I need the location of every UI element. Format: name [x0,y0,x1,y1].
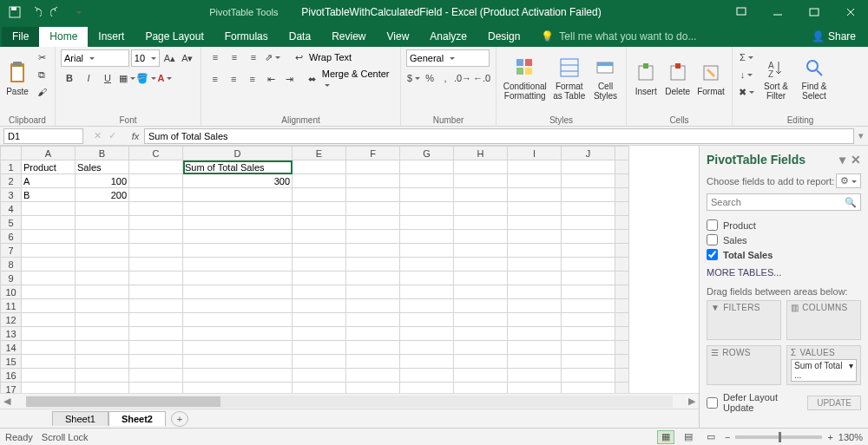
cell-E16[interactable] [293,369,346,383]
cell-I8[interactable] [508,258,562,272]
formula-input[interactable]: Sum of Total Sales [144,128,854,144]
zoom-level[interactable]: 130% [838,432,863,442]
cell-I15[interactable] [508,355,562,369]
field-product[interactable]: Product [707,218,861,232]
pane-dropdown-icon[interactable]: ▾ [839,153,845,167]
cell-F1[interactable] [346,160,400,174]
field-checkbox[interactable] [707,234,718,245]
cell-C16[interactable] [129,369,183,383]
cell-H9[interactable] [454,272,508,285]
cell-D11[interactable] [183,299,293,313]
column-header-F[interactable]: F [346,147,400,160]
cell-G4[interactable] [400,202,454,216]
cell-E15[interactable] [293,355,346,369]
tools-gear-icon[interactable]: ⚙ [836,173,861,188]
cell-H4[interactable] [454,202,508,216]
row-header-3[interactable]: 3 [1,188,22,202]
cell-A6[interactable] [22,230,76,244]
column-header-E[interactable]: E [293,147,346,160]
format-cells-button[interactable]: Format [695,49,727,107]
cell-C12[interactable] [129,313,183,327]
cell-I1[interactable] [508,160,562,174]
italic-icon[interactable]: I [80,70,97,86]
field-checkbox[interactable] [707,219,718,231]
cell-H11[interactable] [454,299,508,313]
cell-E10[interactable] [293,285,346,299]
cut-icon[interactable]: ✂ [33,49,50,65]
cell-C1[interactable] [129,160,183,174]
font-size-combo[interactable]: 10 [131,49,160,67]
cell-J12[interactable] [562,313,615,327]
align-right-icon[interactable]: ≡ [244,71,260,87]
cell-D16[interactable] [183,369,293,383]
page-layout-view-icon[interactable]: ▤ [680,430,697,444]
field-total-sales[interactable]: Total Sales [707,247,861,262]
cell-C8[interactable] [129,258,183,272]
cell-J6[interactable] [562,230,615,244]
close-icon[interactable] [833,0,868,24]
cell-H3[interactable] [454,188,508,202]
update-button[interactable]: UPDATE [807,396,861,410]
cell-F11[interactable] [346,299,400,313]
cell-B3[interactable]: 200 [76,188,129,202]
format-as-table-button[interactable]: Format as Table [551,49,587,107]
cell-D17[interactable] [183,383,293,394]
cell-F6[interactable] [346,230,400,244]
cell-E9[interactable] [293,272,346,285]
cell-J7[interactable] [562,244,615,258]
cell-F5[interactable] [346,216,400,230]
cell-D2[interactable]: 300 [183,174,293,188]
cell-A11[interactable] [22,299,76,313]
cell-F4[interactable] [346,202,400,216]
cell-C13[interactable] [129,327,183,341]
cell-D4[interactable] [183,202,293,216]
normal-view-icon[interactable]: ▦ [657,430,674,444]
cell-styles-button[interactable]: Cell Styles [590,49,621,107]
cell-C9[interactable] [129,272,183,285]
tell-me-input[interactable]: 💡 Tell me what you want to do... [530,27,801,47]
cell-E2[interactable] [293,174,346,188]
more-tables-link[interactable]: MORE TABLES... [707,267,861,278]
cell-A16[interactable] [22,369,76,383]
row-header-10[interactable]: 10 [1,285,22,299]
cell-E3[interactable] [293,188,346,202]
cell-D3[interactable] [183,188,293,202]
row-header-15[interactable]: 15 [1,355,22,369]
fx-icon[interactable]: fx [127,131,144,141]
cell-C4[interactable] [129,202,183,216]
columns-area[interactable]: ▥COLUMNS [786,300,861,340]
tab-insert[interactable]: Insert [88,27,135,47]
cell-B1[interactable]: Sales [76,160,129,174]
decrease-decimal-icon[interactable]: ←.0 [473,70,490,86]
cell-B2[interactable]: 100 [76,174,129,188]
cell-H14[interactable] [454,341,508,355]
row-header-17[interactable]: 17 [1,383,22,394]
cell-A5[interactable] [22,216,76,230]
paste-button[interactable]: Paste [5,49,30,107]
page-break-view-icon[interactable]: ▭ [702,430,720,444]
fields-search-input[interactable]: 🔍 [707,193,861,211]
cell-D7[interactable] [183,244,293,258]
number-format-combo[interactable]: General [406,49,490,67]
cell-D9[interactable] [183,272,293,285]
qat-customize-icon[interactable] [68,3,87,22]
cell-D6[interactable] [183,230,293,244]
cell-C15[interactable] [129,355,183,369]
cell-C7[interactable] [129,244,183,258]
tab-analyze[interactable]: Analyze [419,27,477,47]
expand-formula-bar-icon[interactable]: ▾ [854,130,868,141]
cell-E17[interactable] [293,383,346,394]
cell-G16[interactable] [400,369,454,383]
cell-I4[interactable] [508,202,562,216]
horizontal-scrollbar[interactable]: ◀ ▶ [0,393,699,409]
new-sheet-button[interactable]: + [171,411,188,427]
increase-indent-icon[interactable]: ⇥ [281,71,298,87]
cell-B9[interactable] [76,272,129,285]
cell-H2[interactable] [454,174,508,188]
cell-I3[interactable] [508,188,562,202]
cell-F7[interactable] [346,244,400,258]
cell-A14[interactable] [22,341,76,355]
defer-update-checkbox[interactable] [707,397,718,409]
row-header-7[interactable]: 7 [1,244,22,258]
cell-E12[interactable] [293,313,346,327]
